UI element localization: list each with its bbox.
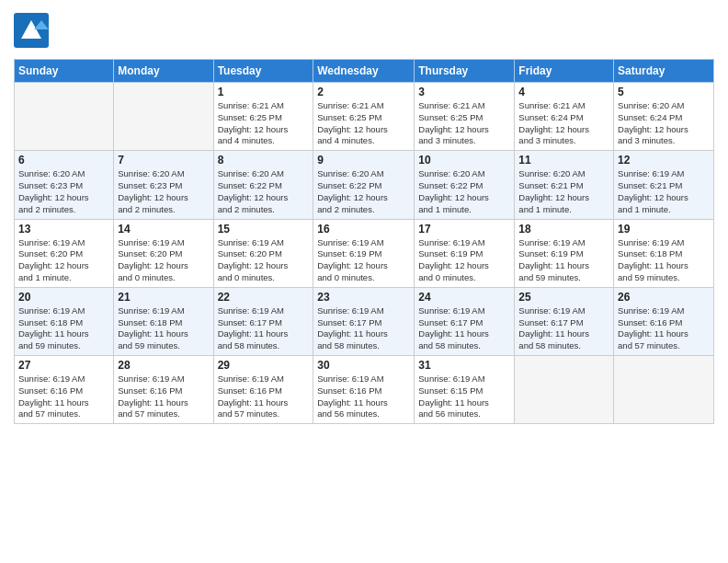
day-info: Sunrise: 6:21 AM Sunset: 6:25 PM Dayligh… bbox=[218, 100, 310, 147]
day-info: Sunrise: 6:21 AM Sunset: 6:25 PM Dayligh… bbox=[418, 100, 510, 147]
calendar-week-row: 6Sunrise: 6:20 AM Sunset: 6:23 PM Daylig… bbox=[15, 151, 714, 219]
calendar-cell bbox=[614, 356, 714, 424]
day-number: 20 bbox=[18, 291, 109, 304]
weekday-header: Friday bbox=[515, 60, 614, 83]
day-number: 10 bbox=[418, 154, 510, 167]
calendar-cell: 31Sunrise: 6:19 AM Sunset: 6:15 PM Dayli… bbox=[415, 356, 515, 424]
logo-icon bbox=[14, 13, 49, 48]
calendar-cell: 26Sunrise: 6:19 AM Sunset: 6:16 PM Dayli… bbox=[614, 287, 714, 355]
day-info: Sunrise: 6:19 AM Sunset: 6:21 PM Dayligh… bbox=[618, 168, 710, 215]
day-info: Sunrise: 6:19 AM Sunset: 6:20 PM Dayligh… bbox=[118, 237, 209, 284]
calendar-week-row: 20Sunrise: 6:19 AM Sunset: 6:18 PM Dayli… bbox=[15, 287, 714, 355]
day-info: Sunrise: 6:20 AM Sunset: 6:22 PM Dayligh… bbox=[317, 168, 410, 215]
day-number: 17 bbox=[418, 223, 510, 236]
calendar-cell bbox=[515, 356, 614, 424]
day-number: 30 bbox=[317, 359, 410, 372]
day-number: 12 bbox=[618, 154, 710, 167]
day-number: 11 bbox=[518, 154, 609, 167]
day-number: 14 bbox=[118, 223, 209, 236]
calendar-cell: 11Sunrise: 6:20 AM Sunset: 6:21 PM Dayli… bbox=[515, 151, 614, 219]
day-info: Sunrise: 6:19 AM Sunset: 6:19 PM Dayligh… bbox=[518, 237, 609, 284]
day-number: 2 bbox=[317, 86, 410, 98]
calendar-cell: 1Sunrise: 6:21 AM Sunset: 6:25 PM Daylig… bbox=[213, 83, 313, 151]
calendar-cell: 8Sunrise: 6:20 AM Sunset: 6:22 PM Daylig… bbox=[213, 151, 313, 219]
day-info: Sunrise: 6:20 AM Sunset: 6:23 PM Dayligh… bbox=[18, 168, 109, 215]
day-number: 9 bbox=[317, 154, 410, 167]
day-number: 4 bbox=[518, 86, 609, 98]
day-number: 25 bbox=[518, 291, 609, 304]
day-info: Sunrise: 6:21 AM Sunset: 6:24 PM Dayligh… bbox=[518, 100, 609, 147]
day-number: 18 bbox=[518, 223, 609, 236]
day-info: Sunrise: 6:19 AM Sunset: 6:16 PM Dayligh… bbox=[218, 373, 310, 420]
day-number: 15 bbox=[218, 223, 310, 236]
day-info: Sunrise: 6:19 AM Sunset: 6:15 PM Dayligh… bbox=[418, 373, 510, 420]
calendar-cell: 13Sunrise: 6:19 AM Sunset: 6:20 PM Dayli… bbox=[15, 219, 114, 287]
day-info: Sunrise: 6:19 AM Sunset: 6:20 PM Dayligh… bbox=[218, 237, 310, 284]
calendar-cell: 3Sunrise: 6:21 AM Sunset: 6:25 PM Daylig… bbox=[415, 83, 515, 151]
calendar-cell: 24Sunrise: 6:19 AM Sunset: 6:17 PM Dayli… bbox=[415, 287, 515, 355]
day-number: 3 bbox=[418, 86, 510, 98]
calendar-cell bbox=[15, 83, 114, 151]
day-info: Sunrise: 6:21 AM Sunset: 6:25 PM Dayligh… bbox=[317, 100, 410, 147]
weekday-header: Wednesday bbox=[313, 60, 415, 83]
day-number: 24 bbox=[418, 291, 510, 304]
day-info: Sunrise: 6:19 AM Sunset: 6:17 PM Dayligh… bbox=[518, 305, 609, 352]
calendar-cell bbox=[114, 83, 213, 151]
day-number: 23 bbox=[317, 291, 410, 304]
day-info: Sunrise: 6:19 AM Sunset: 6:18 PM Dayligh… bbox=[18, 305, 109, 352]
day-number: 29 bbox=[218, 359, 310, 372]
day-info: Sunrise: 6:20 AM Sunset: 6:22 PM Dayligh… bbox=[418, 168, 510, 215]
day-number: 8 bbox=[218, 154, 310, 167]
calendar-cell: 28Sunrise: 6:19 AM Sunset: 6:16 PM Dayli… bbox=[114, 356, 213, 424]
calendar-header-row: SundayMondayTuesdayWednesdayThursdayFrid… bbox=[15, 60, 714, 83]
day-number: 7 bbox=[118, 154, 209, 167]
calendar-cell: 15Sunrise: 6:19 AM Sunset: 6:20 PM Dayli… bbox=[213, 219, 313, 287]
day-info: Sunrise: 6:19 AM Sunset: 6:19 PM Dayligh… bbox=[317, 237, 410, 284]
calendar-cell: 14Sunrise: 6:19 AM Sunset: 6:20 PM Dayli… bbox=[114, 219, 213, 287]
calendar-cell: 29Sunrise: 6:19 AM Sunset: 6:16 PM Dayli… bbox=[213, 356, 313, 424]
day-info: Sunrise: 6:19 AM Sunset: 6:18 PM Dayligh… bbox=[118, 305, 209, 352]
calendar-cell: 10Sunrise: 6:20 AM Sunset: 6:22 PM Dayli… bbox=[415, 151, 515, 219]
day-info: Sunrise: 6:20 AM Sunset: 6:23 PM Dayligh… bbox=[118, 168, 209, 215]
day-number: 27 bbox=[18, 359, 109, 372]
calendar-cell: 21Sunrise: 6:19 AM Sunset: 6:18 PM Dayli… bbox=[114, 287, 213, 355]
day-info: Sunrise: 6:20 AM Sunset: 6:24 PM Dayligh… bbox=[618, 100, 710, 147]
day-info: Sunrise: 6:19 AM Sunset: 6:19 PM Dayligh… bbox=[418, 237, 510, 284]
day-info: Sunrise: 6:19 AM Sunset: 6:17 PM Dayligh… bbox=[317, 305, 410, 352]
calendar-cell: 27Sunrise: 6:19 AM Sunset: 6:16 PM Dayli… bbox=[15, 356, 114, 424]
header bbox=[14, 9, 714, 52]
day-number: 31 bbox=[418, 359, 510, 372]
day-number: 28 bbox=[118, 359, 209, 372]
calendar-cell: 16Sunrise: 6:19 AM Sunset: 6:19 PM Dayli… bbox=[313, 219, 415, 287]
calendar-week-row: 13Sunrise: 6:19 AM Sunset: 6:20 PM Dayli… bbox=[15, 219, 714, 287]
day-info: Sunrise: 6:19 AM Sunset: 6:16 PM Dayligh… bbox=[118, 373, 209, 420]
calendar-cell: 17Sunrise: 6:19 AM Sunset: 6:19 PM Dayli… bbox=[415, 219, 515, 287]
weekday-header: Tuesday bbox=[213, 60, 313, 83]
page: SundayMondayTuesdayWednesdayThursdayFrid… bbox=[0, 0, 728, 563]
calendar-cell: 30Sunrise: 6:19 AM Sunset: 6:16 PM Dayli… bbox=[313, 356, 415, 424]
calendar-cell: 5Sunrise: 6:20 AM Sunset: 6:24 PM Daylig… bbox=[614, 83, 714, 151]
day-info: Sunrise: 6:19 AM Sunset: 6:16 PM Dayligh… bbox=[18, 373, 109, 420]
weekday-header: Sunday bbox=[15, 60, 114, 83]
weekday-header: Saturday bbox=[614, 60, 714, 83]
calendar-cell: 6Sunrise: 6:20 AM Sunset: 6:23 PM Daylig… bbox=[15, 151, 114, 219]
day-number: 13 bbox=[18, 223, 109, 236]
day-number: 22 bbox=[218, 291, 310, 304]
logo bbox=[14, 13, 52, 52]
day-info: Sunrise: 6:20 AM Sunset: 6:21 PM Dayligh… bbox=[518, 168, 609, 215]
calendar-cell: 9Sunrise: 6:20 AM Sunset: 6:22 PM Daylig… bbox=[313, 151, 415, 219]
calendar-cell: 25Sunrise: 6:19 AM Sunset: 6:17 PM Dayli… bbox=[515, 287, 614, 355]
day-number: 19 bbox=[618, 223, 710, 236]
day-number: 26 bbox=[618, 291, 710, 304]
calendar-cell: 12Sunrise: 6:19 AM Sunset: 6:21 PM Dayli… bbox=[614, 151, 714, 219]
day-info: Sunrise: 6:19 AM Sunset: 6:16 PM Dayligh… bbox=[618, 305, 710, 352]
calendar-table: SundayMondayTuesdayWednesdayThursdayFrid… bbox=[14, 59, 714, 424]
day-info: Sunrise: 6:19 AM Sunset: 6:17 PM Dayligh… bbox=[418, 305, 510, 352]
calendar-cell: 2Sunrise: 6:21 AM Sunset: 6:25 PM Daylig… bbox=[313, 83, 415, 151]
day-number: 5 bbox=[618, 86, 710, 98]
day-number: 1 bbox=[218, 86, 310, 98]
calendar-cell: 18Sunrise: 6:19 AM Sunset: 6:19 PM Dayli… bbox=[515, 219, 614, 287]
calendar-cell: 19Sunrise: 6:19 AM Sunset: 6:18 PM Dayli… bbox=[614, 219, 714, 287]
weekday-header: Monday bbox=[114, 60, 213, 83]
calendar-cell: 20Sunrise: 6:19 AM Sunset: 6:18 PM Dayli… bbox=[15, 287, 114, 355]
